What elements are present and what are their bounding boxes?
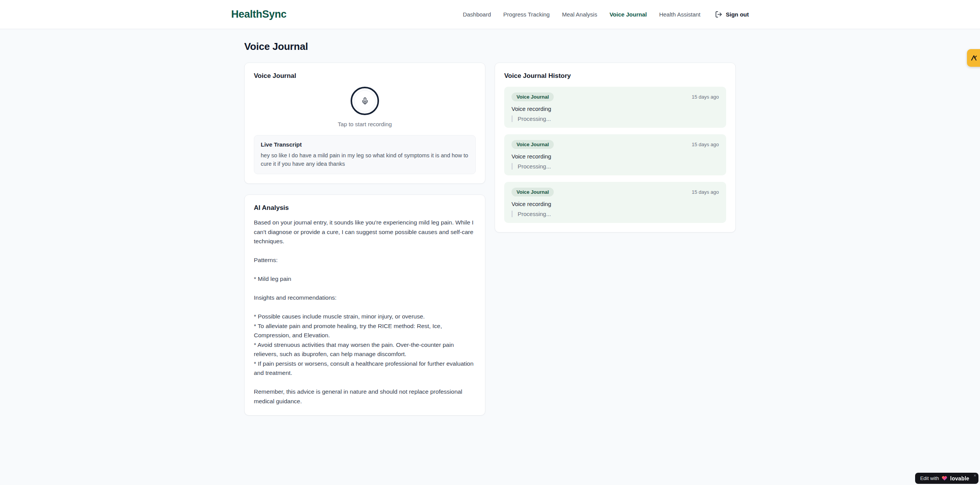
top-navbar: HealthSync Dashboard Progress Tracking M… <box>0 0 980 29</box>
recorder-card-title: Voice Journal <box>254 72 476 80</box>
log-out-icon <box>715 11 722 18</box>
record-button[interactable] <box>351 87 379 115</box>
main-content: Voice Journal Voice Journal <box>244 29 736 416</box>
nav-item-meal-analysis[interactable]: Meal Analysis <box>562 11 597 18</box>
nav-item-progress-tracking[interactable]: Progress Tracking <box>503 11 550 18</box>
history-entry[interactable]: Voice Journal 15 days ago Voice recordin… <box>504 134 726 175</box>
sign-out-button[interactable]: Sign out <box>715 11 749 18</box>
entry-type-badge: Voice Journal <box>512 140 554 149</box>
entry-timestamp: 15 days ago <box>692 142 719 147</box>
entry-status: Processing... <box>512 211 719 217</box>
tap-to-record-hint: Tap to start recording <box>338 121 392 127</box>
right-column: Voice Journal History Voice Journal 15 d… <box>495 63 736 233</box>
edit-with-lovable-badge[interactable]: Edit with lovable × <box>915 473 978 484</box>
widget-logo-icon <box>970 54 978 62</box>
page-title: Voice Journal <box>244 41 736 53</box>
nav-item-health-assistant[interactable]: Health Assistant <box>659 11 700 18</box>
live-transcript-title: Live Transcript <box>261 141 469 148</box>
lovable-brand-label: lovable <box>950 475 969 482</box>
entry-title: Voice recording <box>512 201 719 207</box>
nav-item-voice-journal[interactable]: Voice Journal <box>609 11 647 18</box>
history-card-title: Voice Journal History <box>504 72 726 80</box>
floating-widget-badge[interactable] <box>967 49 980 67</box>
entry-timestamp: 15 days ago <box>692 189 719 195</box>
entry-timestamp: 15 days ago <box>692 94 719 100</box>
live-transcript-box: Live Transcript hey so like I do have a … <box>254 135 476 174</box>
entry-type-badge: Voice Journal <box>512 188 554 196</box>
sign-out-label: Sign out <box>726 11 749 18</box>
left-column: Voice Journal Tap to start recording <box>244 63 485 416</box>
history-entries: Voice Journal 15 days ago Voice recordin… <box>504 87 726 223</box>
history-entry[interactable]: Voice Journal 15 days ago Voice recordin… <box>504 87 726 128</box>
ai-analysis-card: AI Analysis Based on your journal entry,… <box>244 195 485 416</box>
ai-analysis-title: AI Analysis <box>254 204 476 212</box>
entry-status: Processing... <box>512 115 719 122</box>
live-transcript-text: hey so like I do have a mild pain in my … <box>261 151 469 168</box>
nav-item-dashboard[interactable]: Dashboard <box>463 11 491 18</box>
history-entry[interactable]: Voice Journal 15 days ago Voice recordin… <box>504 182 726 223</box>
lovable-heart-icon <box>942 475 947 481</box>
microphone-icon <box>361 97 369 105</box>
entry-status: Processing... <box>512 163 719 170</box>
close-icon[interactable]: × <box>974 473 976 478</box>
voice-journal-history-card: Voice Journal History Voice Journal 15 d… <box>495 63 736 233</box>
ai-analysis-body: Based on your journal entry, it sounds l… <box>254 218 476 406</box>
voice-recorder-card: Voice Journal Tap to start recording <box>244 63 485 184</box>
entry-type-badge: Voice Journal <box>512 92 554 101</box>
entry-title: Voice recording <box>512 106 719 112</box>
main-nav: Dashboard Progress Tracking Meal Analysi… <box>463 11 749 18</box>
entry-title: Voice recording <box>512 153 719 160</box>
brand-logo[interactable]: HealthSync <box>231 8 286 20</box>
edit-with-label: Edit with <box>920 475 939 481</box>
